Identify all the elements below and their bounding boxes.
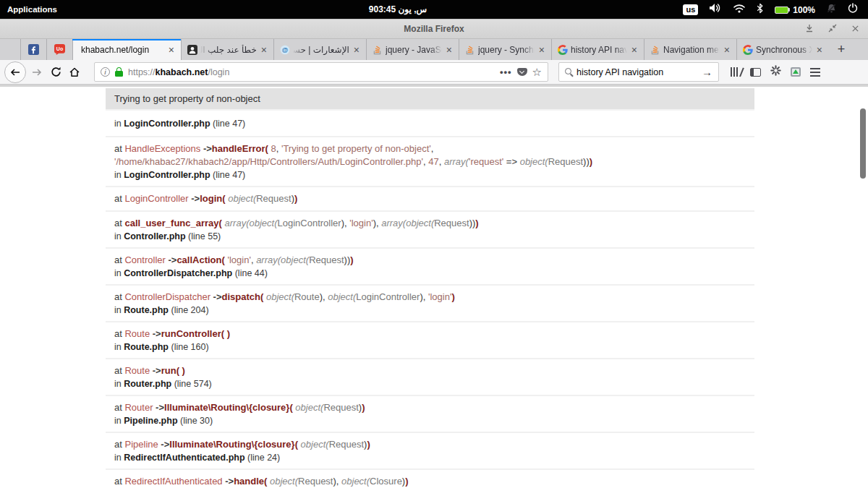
menu-hamburger-icon[interactable] (810, 68, 820, 77)
svg-text:@: @ (281, 46, 288, 53)
pocket-icon[interactable] (517, 68, 527, 76)
stackoverflow-icon (650, 44, 660, 55)
forward-button[interactable] (27, 63, 46, 82)
desktop-top-bar: Applications س, يون 903:45 us 100% (0, 0, 868, 19)
tab-Synchronous-XM[interactable]: Synchronous XM× (736, 39, 829, 60)
trace-frame: at LoginController ->login( object(Reque… (106, 187, 754, 212)
tab-history-API-navig[interactable]: history API navig× (551, 39, 644, 60)
tab-khabach-net-login[interactable]: khabach.net/login× (72, 39, 181, 60)
extension-box-icon[interactable] (791, 67, 801, 77)
vertical-scrollbar[interactable] (860, 108, 866, 179)
at-mail-icon: @ (279, 44, 290, 55)
tab-Navigation-menu[interactable]: Navigation menu× (644, 39, 736, 60)
minimize-icon[interactable] (805, 22, 814, 35)
home-button[interactable] (65, 63, 84, 82)
library-icon[interactable] (731, 67, 741, 77)
services-flower-icon[interactable] (770, 65, 781, 79)
trace-frame: at Route ->run( )in Router.php (line 574… (106, 359, 754, 396)
window-titlebar: Mozilla Firefox (0, 19, 868, 39)
tab-label: jquery - JavaScrip (386, 45, 442, 55)
tab-jquery-JavaScrip[interactable]: jquery - JavaScrip× (366, 39, 459, 60)
trace-frame: at ControllerDispatcher ->dispatch( obje… (106, 286, 754, 322)
tab-bar: Uokhabach.net/login×خطأ عند جلب البيانا×… (0, 39, 868, 60)
search-bar[interactable]: history API navigation → (558, 62, 719, 82)
desktop-clock[interactable]: س, يون 903:45 (0, 4, 806, 14)
window-title: Mozilla Firefox (404, 24, 464, 34)
stackoverflow-icon (372, 44, 383, 55)
tab-facebook[interactable] (20, 39, 46, 60)
trace-frame: at RedirectIfAuthenticated ->handle( obj… (106, 470, 754, 487)
close-window-icon[interactable] (851, 22, 859, 35)
error-message: Trying to get property of non-object (106, 88, 754, 111)
stackoverflow-icon (464, 44, 475, 55)
tab-jquery-Synchron[interactable]: jquery - Synchron× (459, 39, 551, 60)
page-content: Trying to get property of non-object in … (0, 85, 868, 487)
trace-frame: at Router ->Illuminate\Routing\{closure}… (106, 396, 754, 433)
notifications-muted-icon[interactable] (826, 3, 837, 17)
trace-frame: at HandleExceptions ->handleError( 8, 'T… (106, 137, 754, 187)
trace-frame: at Pipeline ->Illuminate\Routing\{closur… (106, 433, 754, 470)
tab-close-icon[interactable]: × (723, 45, 731, 55)
tab-label: الإشعارات | حسابا (293, 45, 349, 55)
facebook-icon (28, 44, 39, 55)
trace-frame: in LoginController.php (line 47) (106, 111, 754, 137)
search-input[interactable]: history API navigation (576, 67, 697, 77)
search-go-icon[interactable]: → (702, 66, 712, 78)
red-logo-icon: Uo (54, 44, 65, 55)
trace-frames: in LoginController.php (line 47)at Handl… (106, 111, 754, 487)
back-button[interactable] (4, 61, 26, 83)
tab-خطأ-عند-جلب-البيانا[interactable]: خطأ عند جلب البيانا× (181, 39, 273, 60)
reload-button[interactable] (46, 63, 65, 82)
tab-label: Synchronous XM (756, 45, 812, 55)
url-bar[interactable]: i https://khabach.net/login ••• ☆ (94, 62, 548, 82)
url-text[interactable]: https://khabach.net/login (128, 67, 229, 77)
tab-label: خطأ عند جلب البيانا (200, 45, 257, 55)
tab-الإشعارات-حسابا[interactable]: @الإشعارات | حسابا× (273, 39, 366, 60)
https-lock-icon (115, 71, 123, 77)
google-icon (742, 44, 753, 55)
tab-close-icon[interactable]: × (630, 45, 639, 55)
trace-frame: at call_user_func_array( array(object(Lo… (106, 212, 754, 249)
power-icon[interactable] (848, 3, 858, 16)
new-tab-button[interactable]: + (829, 39, 854, 60)
search-icon (565, 68, 571, 74)
trace-frame: at Route ->runController( )in Route.php … (106, 322, 754, 359)
person-icon (187, 44, 197, 55)
site-info-icon[interactable]: i (101, 67, 110, 77)
tab-label: Navigation menu (663, 45, 720, 55)
tab-close-icon[interactable]: × (537, 45, 546, 55)
trace-frame: at Controller ->callAction( 'login', arr… (106, 249, 754, 286)
navigation-toolbar: i https://khabach.net/login ••• ☆ histor… (0, 60, 868, 85)
tab-label: jquery - Synchron (478, 45, 535, 55)
tab-close-icon[interactable]: × (445, 45, 454, 55)
google-icon (557, 44, 568, 55)
sidebar-toggle-icon[interactable] (750, 68, 761, 77)
tab-close-icon[interactable]: × (352, 45, 361, 55)
tab-close-icon[interactable]: × (815, 45, 824, 55)
tab-close-icon[interactable]: × (260, 45, 268, 55)
tab-red-logo[interactable]: Uo (46, 39, 72, 60)
stack-trace: Trying to get property of non-object in … (106, 88, 754, 487)
restore-icon[interactable] (828, 22, 837, 35)
tab-close-icon[interactable]: × (167, 45, 176, 55)
clock-time: 03:45 (373, 4, 396, 14)
bookmark-star-icon[interactable]: ☆ (532, 67, 542, 77)
tab-label: khabach.net/login (81, 45, 164, 55)
tab-label: history API navig (571, 45, 627, 55)
svg-text:Uo: Uo (56, 46, 64, 51)
page-actions-icon[interactable]: ••• (500, 67, 512, 77)
